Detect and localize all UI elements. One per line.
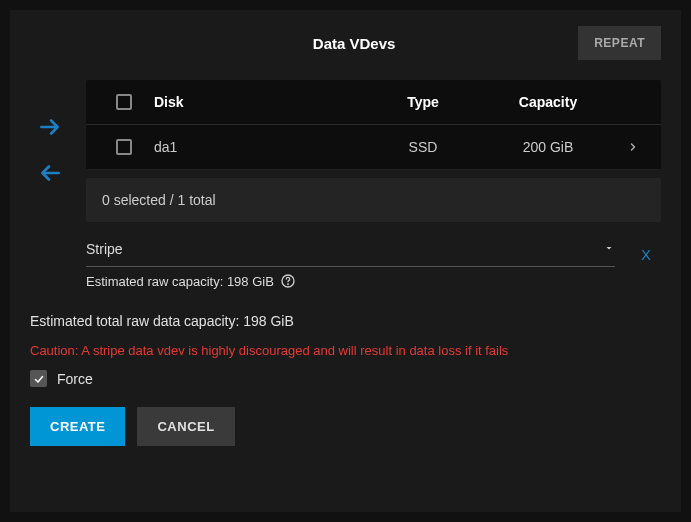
arrow-right-icon xyxy=(37,114,63,140)
col-disk: Disk xyxy=(154,94,363,110)
row-checkbox[interactable] xyxy=(116,139,132,155)
cell-capacity: 200 GiB xyxy=(483,139,613,155)
table-header-row: Disk Type Capacity xyxy=(86,80,661,125)
estimated-capacity-label: Estimated raw capacity: 198 GiB xyxy=(86,274,274,289)
force-checkbox[interactable] xyxy=(30,370,47,387)
help-icon xyxy=(280,273,296,289)
estimated-capacity-row: Estimated raw capacity: 198 GiB xyxy=(86,273,615,289)
arrow-left-icon xyxy=(37,160,63,186)
chevron-right-icon xyxy=(627,141,639,153)
help-button[interactable] xyxy=(280,273,296,289)
main-column: Disk Type Capacity da1 SSD 200 GiB xyxy=(86,80,661,289)
selection-status: 0 selected / 1 total xyxy=(86,178,661,222)
bottom-section: Estimated total raw data capacity: 198 G… xyxy=(30,313,661,446)
table-row: da1 SSD 200 GiB xyxy=(86,125,661,170)
dropdown-arrow xyxy=(603,240,615,258)
check-icon xyxy=(33,373,45,385)
expand-row-button[interactable] xyxy=(613,141,653,153)
layout-dropdown[interactable]: Stripe xyxy=(86,236,615,267)
remove-vdev-button[interactable]: X xyxy=(631,238,661,271)
vdev-config-row: Stripe Estimated raw capacity: 198 GiB X xyxy=(86,236,661,289)
header-row: Data VDevs REPEAT xyxy=(30,26,661,60)
cancel-button[interactable]: CANCEL xyxy=(137,407,234,446)
repeat-button[interactable]: REPEAT xyxy=(578,26,661,60)
select-all-checkbox[interactable] xyxy=(116,94,132,110)
create-button[interactable]: CREATE xyxy=(30,407,125,446)
action-buttons: CREATE CANCEL xyxy=(30,407,661,446)
force-label: Force xyxy=(57,371,93,387)
panel-title: Data VDevs xyxy=(130,35,578,52)
col-capacity: Capacity xyxy=(483,94,613,110)
triangle-down-icon xyxy=(603,242,615,254)
arrow-left-button[interactable] xyxy=(33,156,67,190)
col-type: Type xyxy=(363,94,483,110)
layout-value: Stripe xyxy=(86,241,123,257)
move-arrows xyxy=(30,110,70,190)
vdev-layout-column: Stripe Estimated raw capacity: 198 GiB xyxy=(86,236,615,289)
force-row: Force xyxy=(30,370,661,387)
arrow-right-button[interactable] xyxy=(33,110,67,144)
disk-table: Disk Type Capacity da1 SSD 200 GiB xyxy=(86,80,661,170)
caution-text: Caution: A stripe data vdev is highly di… xyxy=(30,343,661,358)
vdev-panel: Data VDevs REPEAT Disk Type Capacity xyxy=(10,10,681,512)
svg-point-3 xyxy=(288,284,289,285)
cell-type: SSD xyxy=(363,139,483,155)
total-capacity-label: Estimated total raw data capacity: 198 G… xyxy=(30,313,661,329)
content-row: Disk Type Capacity da1 SSD 200 GiB xyxy=(30,80,661,289)
cell-disk: da1 xyxy=(154,139,363,155)
